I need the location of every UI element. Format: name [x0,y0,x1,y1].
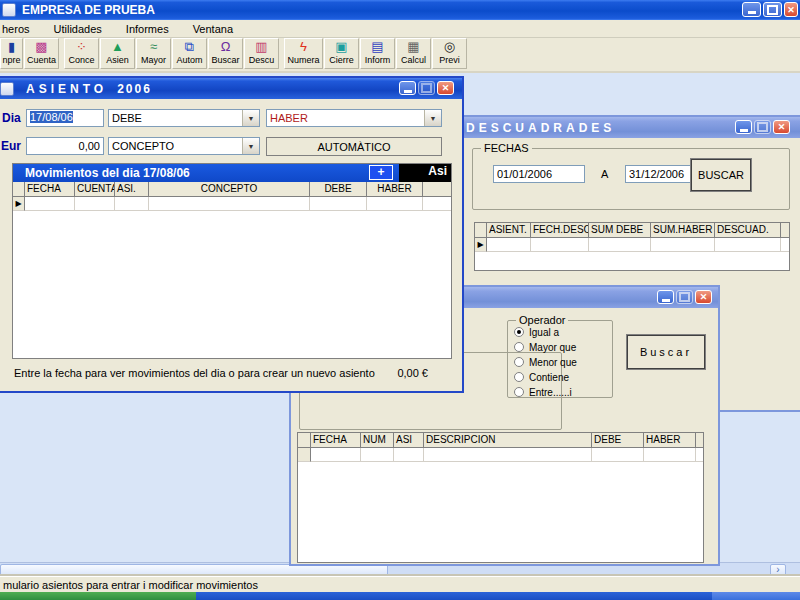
account-card-icon: ▩ [35,39,47,55]
selected-text: 17/08/06 [30,111,73,123]
radio-icon [514,372,524,382]
radio-entre[interactable]: Entre......i [514,385,612,399]
column-header: CUENTA [75,182,115,197]
concepto-combo[interactable]: CONCEPTO ▼ [108,137,260,155]
menu-informes[interactable]: Informes [118,22,177,36]
chevron-down-icon[interactable]: ▼ [424,110,441,126]
table-row[interactable] [298,448,703,462]
radio-icon [514,357,524,367]
column-header: DESCUAD. [715,223,781,238]
radio-menor-que[interactable]: Menor que [514,355,612,369]
column-header: NUM [361,433,394,448]
operador-legend: Operador [516,314,568,326]
close-button[interactable]: ✕ [773,120,790,134]
minimize-button[interactable] [399,81,416,95]
menu-ficheros[interactable]: heros [0,22,38,36]
footer-total: 0,00 € [397,367,428,379]
toolbar-buscar-button[interactable]: Ω Buscar [208,38,243,69]
maximize-button[interactable] [676,290,693,304]
table-row[interactable]: ▶ [475,238,789,252]
column-header: ASI. [115,182,149,197]
minimize-button[interactable] [657,290,674,304]
maximize-button[interactable] [418,81,435,95]
toolbar-cuenta-button[interactable]: ▩ Cuenta [24,38,59,69]
movimientos-grid-header: FECHA CUENTA ASI. CONCEPTO DEBE HABER [13,182,451,197]
date-from-field[interactable] [493,165,585,183]
taskbar-middle-segment [196,592,712,600]
search-grid-header: FECHA NUM ASI DESCRIPCION DEBE HABER [298,433,703,448]
toolbar-mayor-button[interactable]: ≈ Mayor [136,38,171,69]
close-button[interactable]: ✕ [695,290,712,304]
toolbar-descu-button[interactable]: ▥ Descu [244,38,279,69]
company-icon: ▮ [8,39,15,55]
descuadrades-title: DESCUADRADES [466,121,615,135]
column-header: FECHA [311,433,361,448]
date-separator-label: A [601,168,608,180]
unbalance-bars-icon: ▥ [255,39,267,55]
taskbar-start-segment[interactable] [0,592,196,600]
column-header: DEBE [592,433,644,448]
column-header: ASIENT. [487,223,531,238]
radio-igual-a[interactable]: Igual a [514,325,612,339]
column-header: SUM DEBE [589,223,651,238]
buscar-button[interactable]: Buscar [627,335,705,369]
toolbar-autom-button[interactable]: ⧉ Autom [172,38,207,69]
fechas-legend: FECHAS [481,142,532,154]
column-header: CONCEPTO [149,182,310,197]
automatic-blocks-icon: ⧉ [185,39,194,55]
fechas-groupbox: FECHAS A BUSCAR [472,148,790,210]
descuadrades-grid: ASIENT. FECH.DESC SUM DEBE SUM.HABER DES… [474,222,790,271]
menu-utilidades[interactable]: Utilidades [46,22,110,36]
descuadrades-titlebar: DESCUADRADES ✕ [460,117,800,138]
asi-box[interactable]: Asi [399,164,451,182]
footer-note: Entre la fecha para ver movimientos del … [14,367,375,379]
toolbar-inform-button[interactable]: ▤ Inform [360,38,395,69]
row-selector-icon: ▶ [475,238,487,252]
toolbar-calcul-button[interactable]: ▦ Calcul [396,38,431,69]
scroll-right-button[interactable]: › [770,564,786,576]
minimize-button[interactable] [742,2,761,17]
debe-combo[interactable]: DEBE ▼ [108,109,260,127]
dia-field[interactable]: 17/08/06 [26,109,104,127]
column-header: FECH.DESC [531,223,589,238]
movimientos-header: Movimientos del dia 17/08/06 + Asi [13,164,451,182]
chevron-down-icon[interactable]: ▼ [242,138,259,154]
row-selector-icon: ▶ [13,197,25,211]
radio-mayor-que[interactable]: Mayor que [514,340,612,354]
toolbar-cierre-button[interactable]: ▣ Cierre [324,38,359,69]
search-omega-icon: Ω [221,39,231,55]
selector-column-header [13,182,25,197]
radio-contiene[interactable]: Contiene [514,370,612,384]
selector-column-header [298,433,311,448]
menu-ventana[interactable]: Ventana [185,22,241,36]
maximize-button[interactable] [754,120,771,134]
descuadrades-controls: ✕ [735,120,790,134]
close-icon: ✕ [778,122,786,132]
buscar-button[interactable]: BUSCAR [691,159,751,191]
close-button[interactable]: ✕ [437,81,454,95]
movimientos-panel: Movimientos del dia 17/08/06 + Asi FECHA… [12,163,452,359]
column-header: HABER [644,433,696,448]
toolbar-previ-button[interactable]: ◎ Previ [432,38,467,69]
toolbar-numera-button[interactable]: ϟ Numera [284,38,323,69]
haber-combo[interactable]: HABER ▼ [266,109,442,127]
restore-button[interactable] [763,2,782,17]
toolbar-empresa-button[interactable]: ▮ npre [0,38,23,69]
amount-field[interactable] [26,137,104,155]
closing-icon: ▣ [335,39,347,55]
close-button[interactable]: ✕ [784,2,798,17]
toolbar-asien-button[interactable]: ▲ Asien [100,38,135,69]
radio-icon [514,342,524,352]
lightning-icon: ϟ [300,39,307,55]
operador-groupbox: Operador Igual a Mayor que Menor que Con… [507,320,613,398]
preview-spiral-icon: ◎ [444,39,455,55]
chevron-down-icon[interactable]: ▼ [242,110,259,126]
minimize-button[interactable] [735,120,752,134]
automatico-button[interactable]: AUTOMÀTICO [266,137,442,156]
add-movement-button[interactable]: + [369,165,393,180]
descuadrades-grid-header: ASIENT. FECH.DESC SUM DEBE SUM.HABER DES… [475,223,789,238]
taskbar-button-segment[interactable] [712,592,800,600]
toolbar-conce-button[interactable]: ⁘ Conce [64,38,99,69]
table-row[interactable]: ▶ [13,197,451,211]
asiento-window: ASIENTO 2006 ✕ Dia 17/08/06 DEBE ▼ HABER… [0,76,464,393]
